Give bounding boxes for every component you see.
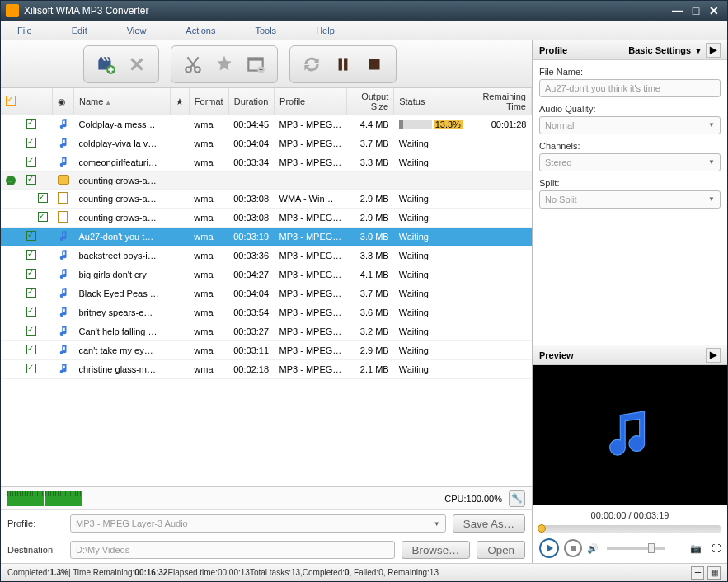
titlebar[interactable]: Xilisoft WMA MP3 Converter — □ ✕ xyxy=(1,1,727,21)
row-checkbox[interactable] xyxy=(26,175,36,185)
add-file-button[interactable] xyxy=(92,51,119,77)
pause-button[interactable] xyxy=(330,51,356,77)
remove-button[interactable] xyxy=(124,51,150,77)
row-checkbox[interactable] xyxy=(26,288,36,298)
table-row[interactable]: counting crows-a…wma00:03:08MP3 - MPEG…2… xyxy=(1,209,532,228)
preview-area xyxy=(533,365,727,505)
table-row[interactable]: counting crows-a…wma00:03:08WMA - Win…2.… xyxy=(1,190,532,209)
col-star[interactable]: ★ xyxy=(170,88,189,115)
collapse-icon[interactable]: − xyxy=(6,176,16,185)
col-target-icon[interactable]: ◉ xyxy=(53,88,74,115)
cell-status: Waiting xyxy=(394,360,467,379)
row-checkbox[interactable] xyxy=(26,326,36,336)
table-row[interactable]: −counting crows-a… xyxy=(1,172,532,190)
play-button[interactable] xyxy=(539,538,559,558)
list-view-button[interactable]: ☰ xyxy=(691,566,704,580)
menu-tools[interactable]: Tools xyxy=(255,26,276,35)
convert-button[interactable] xyxy=(298,51,325,77)
col-profile[interactable]: Profile xyxy=(275,88,347,115)
table-row[interactable]: big girls don't crywma00:04:27MP3 - MPEG… xyxy=(1,265,532,284)
row-checkbox[interactable] xyxy=(26,231,36,241)
row-checkbox[interactable] xyxy=(38,193,48,203)
destination-field[interactable]: D:\My Videos xyxy=(70,541,395,559)
cpu-settings-button[interactable]: 🔧 xyxy=(509,490,525,507)
effects-button[interactable] xyxy=(211,51,237,77)
row-checkbox[interactable] xyxy=(26,157,36,167)
table-row[interactable]: can't take my ey…wma00:03:11MP3 - MPEG…2… xyxy=(1,341,532,360)
cell-remaining xyxy=(467,303,532,322)
table-row[interactable]: Black Eyed Peas …wma00:04:04MP3 - MPEG…3… xyxy=(1,284,532,303)
row-checkbox[interactable] xyxy=(26,364,36,373)
row-checkbox[interactable] xyxy=(26,307,36,317)
col-remaining[interactable]: Remaining Time xyxy=(467,88,532,115)
browse-button[interactable]: Browse… xyxy=(402,541,471,559)
table-row[interactable]: comeongirlfeaturi…wma00:03:34MP3 - MPEG…… xyxy=(1,153,532,172)
preview-stop-button[interactable] xyxy=(564,539,582,557)
row-checkbox[interactable] xyxy=(26,119,36,129)
table-row[interactable]: christine glass-m…wma00:02:18MP3 - MPEG…… xyxy=(1,360,532,379)
thumb-view-button[interactable]: ▦ xyxy=(707,566,721,580)
col-status[interactable]: Status xyxy=(394,88,467,115)
open-button[interactable]: Open xyxy=(477,541,525,559)
menu-view[interactable]: View xyxy=(127,26,147,35)
preview-time: 00:00:00 / 00:03:19 xyxy=(533,505,727,525)
cell-format xyxy=(189,172,228,190)
table-row[interactable]: Coldplay-a mess…wma00:04:45MP3 - MPEG…4.… xyxy=(1,115,532,134)
row-checkbox[interactable] xyxy=(26,250,36,260)
snapshot-button[interactable]: 📷 xyxy=(690,543,702,554)
cell-output: 4.4 MB xyxy=(346,115,393,134)
cell-remaining xyxy=(467,153,532,172)
cell-duration: 00:04:27 xyxy=(228,265,274,284)
fullscreen-button[interactable]: ⛶ xyxy=(712,543,721,553)
maximize-button[interactable]: □ xyxy=(688,4,704,17)
row-checkbox[interactable] xyxy=(26,269,36,279)
clip-button[interactable] xyxy=(242,51,269,77)
cell-format: wma xyxy=(189,115,228,134)
profile-expand-button[interactable]: ▶ xyxy=(706,43,721,58)
menu-file[interactable]: File xyxy=(17,26,32,35)
minimize-button[interactable]: — xyxy=(669,4,686,17)
cell-status: Waiting xyxy=(394,228,467,246)
cell-duration: 00:03:34 xyxy=(228,153,274,172)
cell-output: 3.7 MB xyxy=(346,134,393,153)
select-all-checkbox[interactable] xyxy=(6,96,16,106)
basic-settings-dropdown[interactable]: Basic Settings▼ xyxy=(628,45,702,55)
cell-format: wma xyxy=(189,341,228,360)
row-checkbox[interactable] xyxy=(26,138,36,148)
table-row[interactable]: britney spears-e…wma00:03:54MP3 - MPEG…3… xyxy=(1,303,532,322)
file-table: ◉ Name▲ ★ Format Duration Profile Output… xyxy=(1,88,532,486)
cell-output: 3.3 MB xyxy=(346,246,393,265)
split-select[interactable]: No Split xyxy=(539,190,721,209)
filename-field[interactable]: Au27-don't you think it's time xyxy=(539,79,721,97)
audio-quality-select[interactable]: Normal xyxy=(539,116,721,134)
cell-profile xyxy=(275,172,347,190)
menu-edit[interactable]: Edit xyxy=(72,26,87,35)
preview-expand-button[interactable]: ▶ xyxy=(706,348,721,363)
col-name[interactable]: Name▲ xyxy=(74,88,171,115)
table-row[interactable]: backstreet boys-i…wma00:03:36MP3 - MPEG…… xyxy=(1,246,532,265)
save-as-button[interactable]: Save As… xyxy=(453,514,525,533)
profile-select[interactable]: MP3 - MPEG Layer-3 Audio xyxy=(70,514,446,533)
table-row[interactable]: coldplay-viva la v…wma00:04:04MP3 - MPEG… xyxy=(1,134,532,153)
row-checkbox[interactable] xyxy=(38,212,48,222)
cell-remaining xyxy=(467,190,532,209)
music-note-icon xyxy=(58,118,69,129)
col-format[interactable]: Format xyxy=(189,88,228,115)
menu-help[interactable]: Help xyxy=(316,26,335,35)
table-row[interactable]: Can't help falling …wma00:03:27MP3 - MPE… xyxy=(1,322,532,341)
volume-icon[interactable]: 🔊 xyxy=(587,543,599,554)
stop-button[interactable] xyxy=(361,51,387,77)
cell-output: 2.1 MB xyxy=(346,360,393,379)
row-checkbox[interactable] xyxy=(26,345,36,354)
menu-actions[interactable]: Actions xyxy=(186,26,215,35)
preview-seek-slider[interactable] xyxy=(539,525,721,533)
col-duration[interactable]: Duration xyxy=(228,88,274,115)
channels-select[interactable]: Stereo xyxy=(539,153,721,171)
cut-button[interactable] xyxy=(180,51,206,77)
cell-profile: MP3 - MPEG… xyxy=(275,209,347,228)
close-button[interactable]: ✕ xyxy=(706,4,722,17)
table-row[interactable]: Au27-don't you t…wma00:03:19MP3 - MPEG…3… xyxy=(1,228,532,246)
cell-profile: MP3 - MPEG… xyxy=(275,115,347,134)
col-output[interactable]: Output Size xyxy=(346,88,393,115)
volume-slider[interactable] xyxy=(607,547,665,550)
